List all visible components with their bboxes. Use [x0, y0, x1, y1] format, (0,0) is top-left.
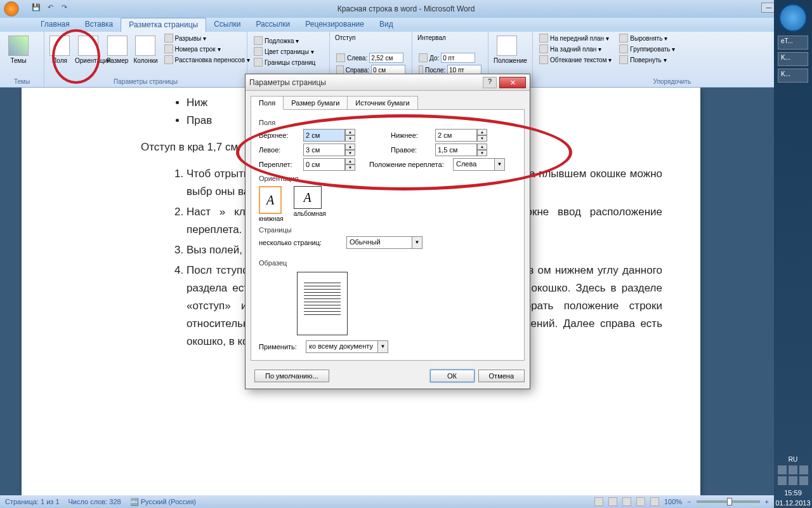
undo-icon[interactable]: ↶	[44, 3, 56, 15]
office-button[interactable]	[3, 0, 25, 18]
margin-left-input[interactable]	[303, 144, 345, 156]
indent-left-input[interactable]	[369, 53, 403, 63]
view-web-icon[interactable]	[622, 497, 631, 506]
dialog-close-button[interactable]: ✕	[499, 77, 526, 88]
start-button[interactable]	[779, 4, 807, 32]
tray-icon[interactable]	[789, 476, 797, 485]
view-print-icon[interactable]	[594, 497, 603, 506]
view-draft-icon[interactable]	[650, 497, 659, 506]
language-indicator[interactable]: RU	[774, 456, 812, 463]
view-reading-icon[interactable]	[608, 497, 617, 506]
align-button[interactable]: Выровнять ▾	[617, 33, 678, 43]
margins-button[interactable]: Поля	[48, 33, 71, 78]
quick-access-toolbar: 💾 ↶ ↷	[30, 3, 70, 15]
ribbon-tabs: Главная Вставка Разметка страницы Ссылки…	[0, 18, 812, 32]
save-icon[interactable]: 💾	[30, 3, 42, 15]
tray-icon[interactable]	[789, 465, 797, 474]
indent-right-icon	[336, 65, 344, 74]
status-words[interactable]: Число слов: 328	[69, 498, 121, 505]
tab-mailings[interactable]: Рассылки	[248, 18, 298, 32]
spacing-before-icon	[419, 53, 428, 62]
dialog-tab-margins[interactable]: Поля	[251, 96, 284, 110]
dialog-tab-source[interactable]: Источник бумаги	[347, 96, 417, 110]
columns-button[interactable]: Колонки	[132, 33, 159, 78]
tab-view[interactable]: Вид	[372, 18, 401, 32]
spacing-after-icon	[419, 65, 423, 74]
multiple-pages-combo[interactable]: Обычный▼	[346, 236, 422, 249]
tab-references[interactable]: Ссылки	[206, 18, 248, 32]
preview-box	[297, 272, 348, 335]
dialog-tab-paper[interactable]: Размер бумаги	[283, 96, 348, 110]
tab-page-layout[interactable]: Разметка страницы	[121, 18, 206, 32]
watermark-button[interactable]: Подложка ▾	[251, 36, 325, 46]
margin-bottom-input[interactable]	[435, 129, 477, 142]
titlebar: 💾 ↶ ↷ Красная строка в word - Microsoft …	[0, 0, 812, 18]
redo-icon[interactable]: ↷	[58, 3, 70, 15]
zoom-level[interactable]: 100%	[664, 498, 682, 505]
page-color-button[interactable]: Цвет страницы ▾	[251, 46, 325, 57]
group-button[interactable]: Группировать ▾	[617, 44, 678, 54]
cancel-button[interactable]: Отмена	[478, 370, 525, 382]
zoom-out-button[interactable]: −	[687, 498, 691, 505]
status-language[interactable]: 🔤 Русский (Россия)	[130, 498, 196, 506]
tray-icon[interactable]	[778, 476, 787, 485]
taskbar-item[interactable]: K...	[778, 69, 808, 83]
tab-insert[interactable]: Вставка	[77, 18, 121, 32]
margin-top-input[interactable]	[303, 129, 345, 142]
apply-to-combo[interactable]: ко всему документу▼	[306, 340, 388, 353]
orientation-portrait[interactable]: A книжная	[259, 186, 284, 222]
view-outline-icon[interactable]	[636, 497, 645, 506]
taskbar-item[interactable]: K...	[778, 52, 808, 66]
tab-review[interactable]: Рецензирование	[298, 18, 372, 32]
windows-taskbar: eT... K... K... RU 15:59 01.12.2013	[774, 0, 812, 508]
size-button[interactable]: Размер	[105, 33, 129, 78]
dialog-help-button[interactable]: ?	[483, 77, 497, 88]
gutter-input[interactable]	[303, 158, 345, 171]
status-page[interactable]: Страница: 1 из 1	[5, 498, 60, 505]
tray-icon[interactable]	[799, 465, 808, 474]
default-button[interactable]: По умолчанию...	[254, 370, 329, 382]
zoom-slider[interactable]	[697, 500, 760, 503]
ok-button[interactable]: ОК	[430, 370, 475, 382]
line-numbers-button[interactable]: Номера строк ▾	[162, 44, 252, 54]
tab-home[interactable]: Главная	[33, 18, 77, 32]
status-bar: Страница: 1 из 1 Число слов: 328 🔤 Русск…	[0, 495, 774, 508]
page-setup-dialog: Параметры страницы ? ✕ Поля Размер бумаг…	[245, 74, 530, 389]
page-borders-button[interactable]: Границы страниц	[251, 57, 325, 67]
gutter-position-combo[interactable]: Слева▼	[453, 158, 505, 171]
spacing-before-input[interactable]	[441, 53, 475, 63]
orientation-landscape[interactable]: A альбомная	[294, 186, 326, 222]
breaks-button[interactable]: Разрывы ▾	[162, 33, 252, 43]
dialog-title: Параметры страницы	[249, 78, 483, 87]
orientation-button[interactable]: Ориентация	[74, 33, 103, 78]
send-back-button[interactable]: На задний план ▾	[537, 44, 614, 54]
bring-front-button[interactable]: На передний план ▾	[537, 33, 614, 43]
indent-left-icon	[336, 53, 345, 62]
clock-date[interactable]: 01.12.2013	[774, 498, 812, 508]
tray-icon[interactable]	[799, 476, 808, 485]
taskbar-item[interactable]: eT...	[778, 36, 808, 50]
zoom-in-button[interactable]: +	[765, 498, 769, 505]
clock-time[interactable]: 15:59	[774, 488, 812, 498]
rotate-button[interactable]: Повернуть ▾	[617, 55, 678, 65]
margin-right-input[interactable]	[435, 144, 477, 156]
hyphenation-button[interactable]: Расстановка переносов ▾	[162, 55, 252, 65]
text-wrap-button[interactable]: Обтекание текстом ▾	[537, 55, 614, 65]
tray-icon[interactable]	[778, 465, 787, 474]
window-title: Красная строка в word - Microsoft Word	[337, 4, 475, 13]
themes-button[interactable]: Темы	[4, 33, 33, 78]
